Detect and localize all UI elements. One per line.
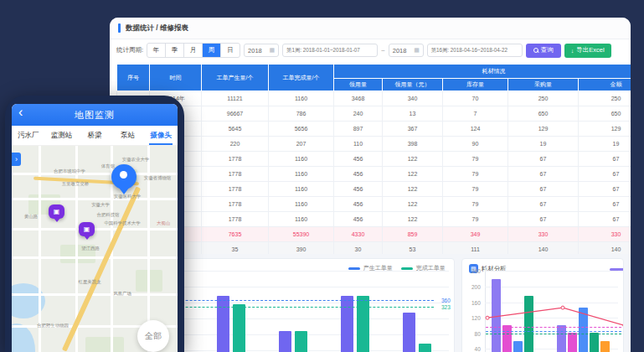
search-button-label: 查询 [541,46,554,54]
table-header-row: 序号时间工单产生量/个工单完成量/个耗材情况 [117,65,631,79]
filter-bar: 统计周期: 年季月周日 2018 ▦ 第1周: 2018-01-01~2018-… [110,39,631,61]
bar-完成工单量 [419,344,431,352]
calendar-icon: ▦ [269,47,275,54]
column-header: 序号 [117,65,150,91]
period-option-日[interactable]: 日 [221,44,240,57]
column-header: 时间 [150,65,202,91]
end-year-select[interactable]: 2018 ▦ [389,44,424,57]
table-cell: 786 [269,106,334,122]
table-cell: 1160 [269,152,334,167]
map-label: 体育馆 [101,163,115,169]
phone-screen: ‹ 地图监测 污水厂监测站桥梁泵站摄像头 › [12,104,178,352]
table-cell: 19 [508,137,579,152]
table-cell: 122 [383,182,443,197]
table-cell: 5645 [202,122,269,137]
table-cell: 349 [443,227,508,242]
phone-tab-泵站[interactable]: 泵站 [111,126,145,145]
table-cell: 5656 [269,122,334,137]
phone-tab-污水厂[interactable]: 污水厂 [12,126,45,145]
table-cell: 456 [334,182,383,197]
table-cell: 67 [579,167,631,182]
table-cell: 122 [383,197,443,212]
table-cell: 367 [383,122,443,137]
table-cell: 129 [579,122,631,137]
table-row: 17781160456122796767 [117,212,631,227]
search-icon [533,48,538,53]
table-cell: 1778 [202,182,269,197]
map-label: 五里墩立交桥 [62,180,89,187]
selected-location-pin[interactable] [111,164,137,189]
phone-header: ‹ 地图监测 [12,104,178,126]
show-all-button[interactable]: 全部 [137,320,169,352]
table-row: 12014年111211160346834070250250 [117,91,631,106]
search-button[interactable]: 查询 [526,44,561,58]
report-table-body: 12014年1112111603468340702502509666778624… [117,91,631,257]
back-icon[interactable]: ‹ [18,105,23,120]
period-option-年[interactable]: 年 [147,44,166,57]
bar-完成工单量 [357,296,369,352]
table-cell: 79 [443,212,508,227]
table-cell: 330 [579,227,631,242]
range-separator: ~ [381,47,385,54]
table-cell: 79 [443,197,508,212]
column-header: 工单完成量/个 [269,65,334,91]
table-cell: 55390 [269,227,334,242]
map-label: 合肥市琥珀中学 [54,168,85,174]
map-view[interactable]: › ▣ ▣ 全部 合肥市琥珀中学体育馆安徽农业大学五里墩立交桥安徽省博物馆安徽医… [12,146,178,352]
phone-page-title: 地图监测 [75,109,115,122]
table-cell: 67 [508,212,579,227]
legend-swatch [348,267,360,270]
table-cell: 79 [443,182,508,197]
bar-完成工单量 [233,304,245,352]
start-year-value: 2018 [248,47,262,54]
camera-pin[interactable]: ▣ [49,204,64,219]
consumables-bar-line-chart: 2402001601208040 [462,274,623,352]
dashboard-panel: 数据统计 / 维修报表 统计周期: 年季月周日 2018 ▦ 第1周: 2018… [110,18,631,352]
table-row: 17781160456122796767 [117,182,631,197]
period-segmented-control: 年季月周日 [147,43,240,58]
period-option-季[interactable]: 季 [166,44,184,57]
start-year-select[interactable]: 2018 ▦ [244,44,279,57]
table-row: 17781160456122796767 [117,197,631,212]
breadcrumb: 数据统计 / 维修报表 [110,18,631,39]
report-table-header: 序号时间工单产生量/个工单完成量/个耗材情况领用量领用量（元）库存量采购量金额 [117,65,631,91]
phone-tab-桥梁[interactable]: 桥梁 [78,126,111,145]
table-row: 220207110398901919 [117,137,631,152]
period-label: 统计周期: [116,46,143,54]
bar-产生工单量 [341,296,353,352]
map-label: 合肥科技馆 [97,211,120,218]
period-option-月[interactable]: 月 [184,44,203,57]
trend-line [462,274,624,352]
table-cell: 129 [508,122,579,137]
table-row: 17781160456122796767 [117,167,631,182]
table-cell: 90 [443,137,508,152]
map-label: 红星美凯龙 [79,278,101,285]
period-option-周[interactable]: 周 [203,44,221,57]
calendar-icon: ▦ [414,47,420,54]
table-cell: 398 [383,137,443,152]
end-week-input[interactable]: 第16周: 2018-04-16~2018-04-22 [427,44,523,57]
table-cell: 110 [334,137,383,152]
table-cell: 859 [383,227,443,242]
table-cell: 456 [334,167,383,182]
table-cell: 67 [579,182,631,197]
reference-line-label: 323 [441,304,451,310]
table-cell: 456 [334,152,383,167]
table-row: 56455656897367124129129 [117,122,631,137]
start-week-input[interactable]: 第1周: 2018-01-01~2018-01-07 [282,44,378,57]
table-cell: 250 [508,91,579,106]
map-label: 望江西路 [81,245,100,251]
sub-column-header: 领用量（元） [383,79,443,91]
phone-tab-监测站[interactable]: 监测站 [45,126,79,145]
table-cell: 1160 [269,197,334,212]
table-cell: 19 [579,137,631,152]
phone-tab-摄像头[interactable]: 摄像头 [144,126,178,145]
map-water-area [12,324,35,352]
map-label: 合肥野生动物园 [37,322,69,329]
export-excel-button[interactable]: ↓ 导出Excel [564,44,611,58]
table-cell: 1160 [269,91,334,106]
map-road [12,228,178,230]
table-cell: 79 [443,167,508,182]
camera-pin[interactable]: ▣ [79,222,95,236]
map-panel-expander[interactable]: › [12,153,21,166]
